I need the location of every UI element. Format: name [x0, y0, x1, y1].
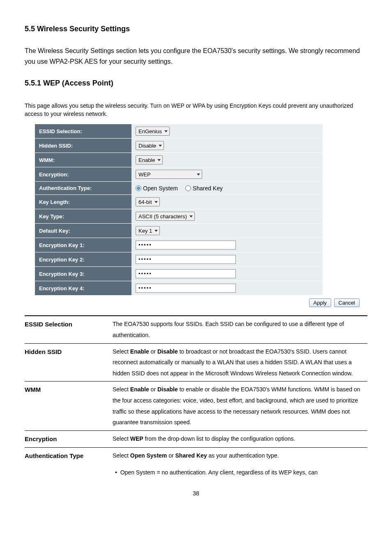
select-default-key[interactable]: Key 1	[136, 226, 160, 235]
row-encryption: Encryption: WEP	[35, 167, 323, 181]
row-key-2: Encryption Key 2: •••••	[35, 252, 323, 266]
chevron-down-icon	[157, 159, 161, 161]
select-key-length-value: 64-bit	[138, 199, 152, 205]
select-key-type[interactable]: ASCII (5 characters)	[136, 212, 195, 221]
label-wmm: WMM:	[35, 153, 131, 167]
desc-term-hidden: Hidden SSID	[25, 343, 113, 382]
select-key-length[interactable]: 64-bit	[136, 197, 160, 206]
apply-button[interactable]: Apply	[309, 298, 332, 307]
desc-row-hidden: Hidden SSID Select Enable or Disable to …	[25, 343, 367, 382]
desc-text-hidden: Select Enable or Disable to broadcast or…	[113, 343, 367, 382]
desc-row-encryption: Encryption Select WEP from the drop-down…	[25, 430, 367, 448]
select-encryption[interactable]: WEP	[136, 170, 202, 179]
select-wmm[interactable]: Enable	[136, 155, 163, 164]
row-key-1: Encryption Key 1: •••••	[35, 238, 323, 252]
desc-row-wmm: WMM Select Enable or Disable to enable o…	[25, 382, 367, 430]
row-auth-type: Authentication Type: Open System Shared …	[35, 182, 323, 194]
desc-term-wmm: WMM	[25, 382, 113, 430]
desc-term-auth: Authentication Type	[25, 448, 113, 481]
radio-empty-icon	[185, 185, 191, 191]
label-encryption: Encryption:	[35, 167, 131, 181]
desc-term-encryption: Encryption	[25, 430, 113, 448]
label-key-2: Encryption Key 2:	[35, 252, 131, 266]
select-hidden-ssid[interactable]: Disable	[136, 141, 164, 150]
description-table: ESSID Selection The EOA7530 supports fou…	[25, 315, 367, 480]
page-note: This page allows you setup the wireless …	[25, 102, 367, 118]
select-encryption-value: WEP	[138, 171, 151, 178]
row-key-type: Key Type: ASCII (5 characters)	[35, 209, 323, 223]
radio-selected-icon	[136, 185, 141, 191]
select-wmm-value: Enable	[138, 157, 155, 163]
desc-row-auth: Authentication Type Select Open System o…	[25, 448, 367, 481]
select-default-key-value: Key 1	[138, 228, 152, 234]
row-hidden-ssid: Hidden SSID: Disable	[35, 139, 323, 153]
settings-table: ESSID Selection: EnGenius Hidden SSID: D…	[35, 124, 323, 295]
label-auth-type: Authentication Type:	[35, 182, 131, 194]
label-default-key: Default Key:	[35, 224, 131, 238]
select-key-type-value: ASCII (5 characters)	[138, 213, 187, 220]
intro-paragraph: The Wireless Security Settings section l…	[25, 46, 367, 67]
chevron-down-icon	[154, 201, 158, 203]
desc-text-essid: The EOA7530 supports four SSIDs. Each SS…	[113, 316, 367, 343]
select-hidden-ssid-value: Disable	[138, 143, 156, 149]
row-wmm: WMM: Enable	[35, 153, 323, 167]
row-key-length: Key Length: 64-bit	[35, 195, 323, 209]
desc-text-wmm: Select Enable or Disable to enable or di…	[113, 382, 367, 430]
radio-shared-key[interactable]: Shared Key	[185, 185, 223, 192]
desc-term-essid: ESSID Selection	[25, 316, 113, 343]
label-key-4: Encryption Key 4:	[35, 281, 131, 295]
desc-text-auth: Select Open System or Shared Key as your…	[113, 448, 367, 481]
row-key-3: Encryption Key 3: •••••	[35, 267, 323, 281]
label-key-3: Encryption Key 3:	[35, 267, 131, 281]
subsection-heading: 5.5.1 WEP (Access Point)	[25, 79, 367, 88]
desc-text-encryption: Select WEP from the drop-down list to di…	[113, 430, 367, 448]
section-heading: 5.5 Wireless Security Settings	[25, 25, 367, 33]
select-essid[interactable]: EnGenius	[136, 127, 170, 136]
cancel-button[interactable]: Cancel	[334, 298, 360, 307]
select-essid-value: EnGenius	[138, 128, 162, 134]
page-number: 38	[0, 490, 392, 497]
input-key-3[interactable]: •••••	[136, 269, 236, 278]
label-key-type: Key Type:	[35, 209, 131, 223]
input-key-2[interactable]: •••••	[136, 255, 236, 264]
row-key-4: Encryption Key 4: •••••	[35, 281, 323, 295]
radio-open-system-label: Open System	[143, 185, 178, 192]
desc-row-essid: ESSID Selection The EOA7530 supports fou…	[25, 316, 367, 343]
button-row: Apply Cancel	[35, 298, 360, 307]
chevron-down-icon	[154, 230, 158, 232]
input-key-1[interactable]: •••••	[136, 240, 236, 250]
chevron-down-icon	[189, 215, 193, 217]
label-key-1: Encryption Key 1:	[35, 238, 131, 252]
settings-screenshot: ESSID Selection: EnGenius Hidden SSID: D…	[35, 124, 323, 295]
chevron-down-icon	[164, 130, 168, 132]
chevron-down-icon	[197, 173, 200, 176]
input-key-4[interactable]: •••••	[136, 284, 236, 293]
label-hidden-ssid: Hidden SSID:	[35, 139, 131, 153]
label-key-length: Key Length:	[35, 195, 131, 209]
label-essid: ESSID Selection:	[35, 124, 131, 138]
row-essid: ESSID Selection: EnGenius	[35, 124, 323, 138]
row-default-key: Default Key: Key 1	[35, 224, 323, 238]
radio-shared-key-label: Shared Key	[193, 185, 223, 192]
radio-open-system[interactable]: Open System	[136, 185, 178, 192]
chevron-down-icon	[159, 145, 162, 147]
